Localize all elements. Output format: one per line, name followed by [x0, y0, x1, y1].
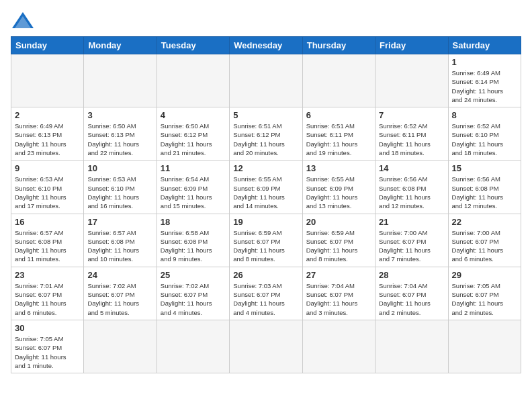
day-info: Sunrise: 6:56 AM Sunset: 6:08 PM Dayligh…: [452, 175, 517, 210]
calendar-cell: 3Sunrise: 6:50 AM Sunset: 6:13 PM Daylig…: [84, 107, 157, 161]
day-info: Sunrise: 6:58 AM Sunset: 6:08 PM Dayligh…: [161, 228, 226, 264]
calendar-cell: 21Sunrise: 7:00 AM Sunset: 6:07 PM Dayli…: [375, 214, 448, 267]
day-info: Sunrise: 6:50 AM Sunset: 6:13 PM Dayligh…: [87, 122, 152, 157]
day-number: 6: [306, 110, 371, 120]
calendar-cell: 20Sunrise: 6:59 AM Sunset: 6:07 PM Dayli…: [302, 214, 375, 267]
day-number: 1: [452, 57, 517, 67]
calendar-cell: 2Sunrise: 6:49 AM Sunset: 6:13 PM Daylig…: [11, 107, 84, 161]
day-number: 13: [306, 163, 371, 173]
day-info: Sunrise: 7:04 AM Sunset: 6:07 PM Dayligh…: [379, 281, 444, 317]
day-info: Sunrise: 6:53 AM Sunset: 6:10 PM Dayligh…: [15, 175, 80, 210]
day-info: Sunrise: 6:57 AM Sunset: 6:08 PM Dayligh…: [15, 228, 80, 264]
calendar-cell: 12Sunrise: 6:55 AM Sunset: 6:09 PM Dayli…: [230, 161, 302, 214]
calendar-header-saturday: Saturday: [448, 37, 521, 54]
day-number: 28: [379, 270, 444, 280]
calendar-header-tuesday: Tuesday: [157, 37, 229, 54]
calendar-cell: 16Sunrise: 6:57 AM Sunset: 6:08 PM Dayli…: [11, 214, 84, 267]
day-number: 19: [233, 217, 298, 227]
day-info: Sunrise: 6:55 AM Sunset: 6:09 PM Dayligh…: [306, 175, 371, 210]
calendar-week-row: 30Sunrise: 7:05 AM Sunset: 6:07 PM Dayli…: [11, 320, 521, 373]
calendar-cell: 25Sunrise: 7:02 AM Sunset: 6:07 PM Dayli…: [157, 267, 229, 320]
calendar-cell: [11, 54, 84, 107]
calendar-cell: [84, 320, 157, 373]
calendar-cell: 9Sunrise: 6:53 AM Sunset: 6:10 PM Daylig…: [11, 161, 84, 214]
day-number: 14: [379, 163, 444, 173]
calendar-cell: 22Sunrise: 7:00 AM Sunset: 6:07 PM Dayli…: [448, 214, 521, 267]
day-number: 4: [161, 110, 226, 120]
calendar-cell: 14Sunrise: 6:56 AM Sunset: 6:08 PM Dayli…: [375, 161, 448, 214]
day-number: 11: [161, 163, 226, 173]
day-number: 18: [161, 217, 226, 227]
day-info: Sunrise: 6:57 AM Sunset: 6:08 PM Dayligh…: [87, 228, 152, 264]
logo-icon: [11, 11, 35, 30]
calendar-cell: 4Sunrise: 6:50 AM Sunset: 6:12 PM Daylig…: [157, 107, 229, 161]
day-number: 21: [379, 217, 444, 227]
calendar-cell: 6Sunrise: 6:51 AM Sunset: 6:11 PM Daylig…: [302, 107, 375, 161]
calendar-cell: 19Sunrise: 6:59 AM Sunset: 6:07 PM Dayli…: [230, 214, 302, 267]
day-info: Sunrise: 6:59 AM Sunset: 6:07 PM Dayligh…: [233, 228, 298, 264]
day-info: Sunrise: 7:01 AM Sunset: 6:07 PM Dayligh…: [15, 281, 80, 317]
calendar-cell: 18Sunrise: 6:58 AM Sunset: 6:08 PM Dayli…: [157, 214, 229, 267]
calendar-header-friday: Friday: [375, 37, 448, 54]
calendar-header-monday: Monday: [84, 37, 157, 54]
day-number: 23: [15, 270, 80, 280]
day-info: Sunrise: 7:05 AM Sunset: 6:07 PM Dayligh…: [452, 281, 517, 317]
calendar-cell: [230, 54, 302, 107]
calendar-cell: [84, 54, 157, 107]
day-info: Sunrise: 7:05 AM Sunset: 6:07 PM Dayligh…: [15, 334, 80, 370]
day-info: Sunrise: 6:59 AM Sunset: 6:07 PM Dayligh…: [306, 228, 371, 264]
day-number: 10: [87, 163, 152, 173]
logo: [11, 11, 38, 30]
day-info: Sunrise: 6:50 AM Sunset: 6:12 PM Dayligh…: [161, 122, 226, 157]
day-number: 16: [15, 217, 80, 227]
day-number: 15: [452, 163, 517, 173]
calendar-week-row: 23Sunrise: 7:01 AM Sunset: 6:07 PM Dayli…: [11, 267, 521, 320]
day-info: Sunrise: 6:52 AM Sunset: 6:11 PM Dayligh…: [379, 122, 444, 157]
day-info: Sunrise: 6:56 AM Sunset: 6:08 PM Dayligh…: [379, 175, 444, 210]
calendar-week-row: 1Sunrise: 6:49 AM Sunset: 6:14 PM Daylig…: [11, 54, 521, 107]
calendar-cell: 29Sunrise: 7:05 AM Sunset: 6:07 PM Dayli…: [448, 267, 521, 320]
calendar-header-wednesday: Wednesday: [230, 37, 302, 54]
day-number: 9: [15, 163, 80, 173]
day-info: Sunrise: 6:52 AM Sunset: 6:10 PM Dayligh…: [452, 122, 517, 157]
day-info: Sunrise: 7:00 AM Sunset: 6:07 PM Dayligh…: [452, 228, 517, 264]
calendar-header-thursday: Thursday: [302, 37, 375, 54]
calendar-cell: [157, 54, 229, 107]
day-info: Sunrise: 7:02 AM Sunset: 6:07 PM Dayligh…: [161, 281, 226, 317]
day-number: 25: [161, 270, 226, 280]
calendar-cell: [448, 320, 521, 373]
day-number: 30: [15, 323, 80, 333]
calendar-cell: 24Sunrise: 7:02 AM Sunset: 6:07 PM Dayli…: [84, 267, 157, 320]
calendar-cell: 10Sunrise: 6:53 AM Sunset: 6:10 PM Dayli…: [84, 161, 157, 214]
calendar-week-row: 16Sunrise: 6:57 AM Sunset: 6:08 PM Dayli…: [11, 214, 521, 267]
calendar-table: SundayMondayTuesdayWednesdayThursdayFrid…: [11, 36, 521, 373]
calendar-cell: 15Sunrise: 6:56 AM Sunset: 6:08 PM Dayli…: [448, 161, 521, 214]
calendar-cell: 13Sunrise: 6:55 AM Sunset: 6:09 PM Dayli…: [302, 161, 375, 214]
day-number: 24: [87, 270, 152, 280]
day-number: 22: [452, 217, 517, 227]
calendar-cell: 1Sunrise: 6:49 AM Sunset: 6:14 PM Daylig…: [448, 54, 521, 107]
calendar-cell: [302, 54, 375, 107]
calendar-week-row: 9Sunrise: 6:53 AM Sunset: 6:10 PM Daylig…: [11, 161, 521, 214]
day-info: Sunrise: 6:55 AM Sunset: 6:09 PM Dayligh…: [233, 175, 298, 210]
calendar-cell: [230, 320, 302, 373]
calendar-cell: 23Sunrise: 7:01 AM Sunset: 6:07 PM Dayli…: [11, 267, 84, 320]
calendar-cell: 11Sunrise: 6:54 AM Sunset: 6:09 PM Dayli…: [157, 161, 229, 214]
calendar-cell: [375, 54, 448, 107]
day-number: 27: [306, 270, 371, 280]
day-number: 17: [87, 217, 152, 227]
day-info: Sunrise: 6:49 AM Sunset: 6:14 PM Dayligh…: [452, 68, 517, 104]
calendar-cell: 28Sunrise: 7:04 AM Sunset: 6:07 PM Dayli…: [375, 267, 448, 320]
day-number: 20: [306, 217, 371, 227]
day-number: 5: [233, 110, 298, 120]
calendar-cell: 8Sunrise: 6:52 AM Sunset: 6:10 PM Daylig…: [448, 107, 521, 161]
day-info: Sunrise: 6:51 AM Sunset: 6:11 PM Dayligh…: [306, 122, 371, 157]
day-number: 3: [87, 110, 152, 120]
calendar-cell: 7Sunrise: 6:52 AM Sunset: 6:11 PM Daylig…: [375, 107, 448, 161]
calendar-cell: [375, 320, 448, 373]
calendar-cell: 27Sunrise: 7:04 AM Sunset: 6:07 PM Dayli…: [302, 267, 375, 320]
calendar-cell: 17Sunrise: 6:57 AM Sunset: 6:08 PM Dayli…: [84, 214, 157, 267]
calendar-week-row: 2Sunrise: 6:49 AM Sunset: 6:13 PM Daylig…: [11, 107, 521, 161]
calendar-cell: [302, 320, 375, 373]
day-number: 29: [452, 270, 517, 280]
